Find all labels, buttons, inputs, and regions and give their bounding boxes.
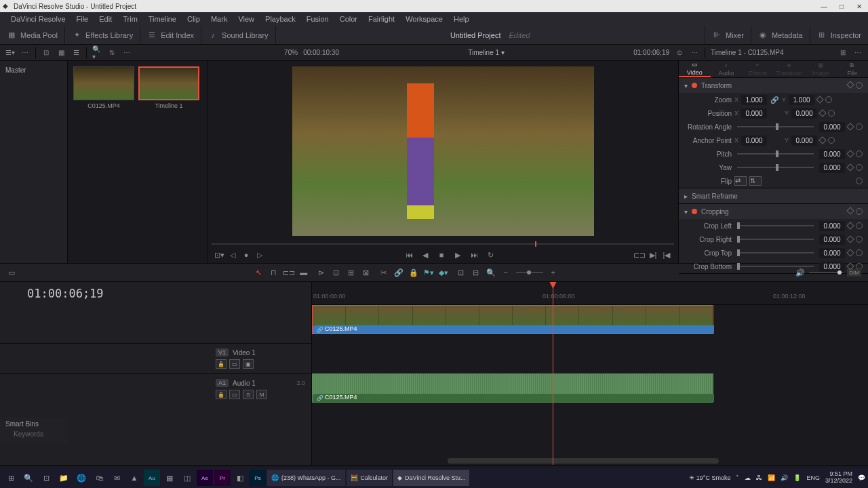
pool-opts-icon[interactable]: ⋯ (20, 48, 30, 58)
reset-icon[interactable] (828, 137, 835, 144)
minimize-button[interactable]: — (818, 1, 830, 11)
inspector-tab-transition[interactable]: ◈Transition (774, 61, 806, 77)
track-badge[interactable]: V1 (216, 348, 229, 357)
menu-fairlight[interactable]: Fairlight (363, 15, 400, 23)
position-y-field[interactable]: 0.000 (791, 108, 817, 119)
reset-icon[interactable] (856, 249, 863, 256)
clip-thumbnail[interactable]: C0125.MP4 (73, 66, 134, 109)
enable-dot[interactable] (692, 209, 697, 214)
solo-button[interactable]: S (243, 390, 254, 399)
transform-header[interactable]: ▾ Transform (679, 78, 868, 93)
keywords-bin[interactable]: Keywords (5, 428, 62, 441)
timeline-selector[interactable]: Timeline 1 ▾ (468, 49, 505, 56)
zoom-plus-icon[interactable]: + (549, 268, 558, 277)
rotation-slider[interactable] (737, 126, 814, 127)
playhead[interactable] (553, 282, 553, 465)
crop-right-field[interactable]: 0.000 (819, 235, 845, 245)
search-taskbar-icon[interactable]: 🔍 (20, 470, 37, 486)
pr-icon[interactable]: Pr (214, 470, 231, 486)
pool-more-icon[interactable]: ⋯ (122, 48, 132, 58)
viewer-mode-icon[interactable]: ⊡▾ (214, 250, 224, 260)
selection-tool[interactable]: ↖ (254, 268, 264, 277)
maximize-button[interactable]: □ (835, 1, 848, 11)
prev-edit-icon[interactable]: ◁ (228, 250, 237, 260)
timeline-view-icon[interactable]: ▭ (7, 268, 16, 277)
tool-inspector[interactable]: ⊞Inspector (810, 26, 868, 44)
flip-h-button[interactable]: ⇄ (734, 176, 747, 186)
tool-sound-library[interactable]: ♪Sound Library (201, 26, 276, 44)
keyframe-icon[interactable] (846, 123, 854, 130)
flip-v-button[interactable]: ⇅ (749, 176, 762, 186)
audio-clip[interactable]: 🔗C0125.MP4 (312, 373, 713, 403)
menu-file[interactable]: File (71, 15, 94, 23)
tray-date[interactable]: 3/12/2022 (825, 478, 852, 485)
tray-wifi-icon[interactable]: 📶 (768, 474, 775, 481)
link-clips-icon[interactable]: 🔗 (394, 268, 403, 277)
snap-icon[interactable]: ⊡ (456, 268, 466, 277)
auto-select-button[interactable]: ▭ (229, 390, 240, 399)
zoom-minus-icon[interactable]: − (501, 268, 511, 277)
crop-right-slider[interactable] (737, 239, 814, 240)
yaw-field[interactable]: 0.000 (819, 163, 845, 173)
trim-tool[interactable]: ⊓ (269, 268, 279, 277)
lock-icon[interactable]: 🔒 (409, 268, 418, 277)
keyframe-icon[interactable] (816, 96, 823, 103)
loop-button[interactable]: ↻ (486, 250, 495, 260)
notifications-icon[interactable]: 💬 (858, 474, 865, 481)
video-clip[interactable]: 🔗C0125.MP4 (312, 305, 713, 334)
timeline-scrollbar[interactable] (448, 458, 719, 464)
viewer-scrubber[interactable] (208, 241, 678, 247)
edge-icon[interactable]: 🌐 (73, 470, 90, 486)
reset-icon[interactable] (856, 178, 863, 184)
reset-icon[interactable] (856, 123, 863, 130)
keyframe-icon[interactable] (818, 136, 826, 144)
pitch-field[interactable]: 0.000 (819, 149, 845, 159)
vlc-icon[interactable]: ▲ (126, 470, 142, 486)
tray-volume-icon[interactable]: 🔊 (781, 474, 788, 481)
app-grid-icon[interactable]: ▦ (161, 470, 178, 486)
app-icon-3[interactable]: ◧ (232, 470, 248, 486)
master-bin[interactable]: Master (3, 64, 64, 77)
viewer-opts-icon[interactable]: ⊙ (675, 48, 684, 58)
taskbar-app-resolve[interactable]: ◆DaVinci Resolve Stu... (393, 470, 469, 486)
tool-mixer[interactable]: ⊪Mixer (705, 26, 751, 44)
ps-icon[interactable]: Ps (250, 470, 266, 486)
tray-network-icon[interactable]: 🖧 (756, 474, 762, 481)
pool-dropdown-icon[interactable]: ☰▾ (5, 48, 15, 58)
crop-top-field[interactable]: 0.000 (819, 248, 845, 258)
taskbar-app-whatsapp[interactable]: 🌐(238) WhatsApp - G... (267, 470, 345, 486)
marker-icon[interactable]: ◆▾ (439, 268, 448, 277)
volume-slider[interactable] (809, 272, 843, 273)
menu-playback[interactable]: Playback (260, 15, 301, 23)
reset-icon[interactable] (825, 96, 832, 103)
menu-davinci[interactable]: DaVinci Resolve (5, 15, 71, 23)
sort-icon[interactable]: ⇅ (107, 48, 117, 58)
view-list-icon[interactable]: ⊡ (41, 48, 51, 58)
keyframe-icon[interactable] (846, 81, 854, 88)
tray-lang[interactable]: ENG (806, 474, 820, 481)
weather-widget[interactable]: ☀ 19°C Smoke (689, 474, 730, 481)
rotation-field[interactable]: 0.000 (819, 122, 845, 132)
dynamic-trim-tool[interactable]: ⊏⊐ (284, 268, 294, 277)
reset-icon[interactable] (856, 164, 863, 171)
reset-icon[interactable] (856, 236, 863, 243)
search-icon[interactable]: 🔍▾ (92, 48, 102, 58)
track-badge[interactable]: A1 (216, 379, 229, 387)
reset-icon[interactable] (856, 208, 863, 215)
menu-fusion[interactable]: Fusion (301, 15, 334, 23)
disable-track-button[interactable]: ▣ (243, 359, 254, 369)
inspector-more-icon[interactable]: ⋯ (853, 48, 863, 58)
crop-top-slider[interactable] (737, 252, 814, 253)
link-icon[interactable]: 🔗 (770, 95, 779, 104)
menu-trim[interactable]: Trim (117, 15, 143, 23)
lock-track-button[interactable]: 🔒 (216, 390, 226, 399)
volume-icon[interactable]: 🔊 (795, 268, 805, 277)
replace-icon[interactable]: ⊞ (347, 268, 356, 277)
tool-effects-library[interactable]: ✦Effects Library (65, 26, 140, 44)
viewer-canvas[interactable] (208, 61, 678, 241)
keyframe-icon[interactable] (846, 163, 854, 171)
zoom-x-field[interactable]: 1.000 (741, 95, 767, 105)
insert-icon[interactable]: ⊳ (317, 268, 326, 277)
pitch-slider[interactable] (737, 153, 814, 155)
stop-button[interactable]: ■ (437, 250, 446, 260)
